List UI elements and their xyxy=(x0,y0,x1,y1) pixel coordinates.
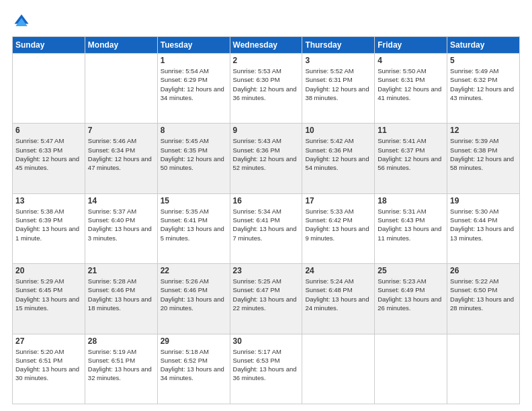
day-info: Sunrise: 5:50 AM Sunset: 6:31 PM Dayligh… xyxy=(378,66,444,102)
day-number: 1 xyxy=(161,56,227,65)
weekday-sunday: Sunday xyxy=(13,37,85,54)
weekday-tuesday: Tuesday xyxy=(157,37,230,54)
week-row-2: 6Sunrise: 5:47 AM Sunset: 6:33 PM Daylig… xyxy=(13,124,520,193)
weekday-wednesday: Wednesday xyxy=(230,37,302,54)
calendar-cell xyxy=(85,54,157,124)
day-info: Sunrise: 5:29 AM Sunset: 6:45 PM Dayligh… xyxy=(15,277,82,312)
day-number: 19 xyxy=(450,196,517,205)
day-number: 6 xyxy=(15,126,82,135)
weekday-friday: Friday xyxy=(375,37,447,54)
day-info: Sunrise: 5:18 AM Sunset: 6:52 PM Dayligh… xyxy=(161,347,227,383)
calendar-cell: 1Sunrise: 5:54 AM Sunset: 6:29 PM Daylig… xyxy=(157,54,230,124)
day-info: Sunrise: 5:38 AM Sunset: 6:39 PM Dayligh… xyxy=(15,207,82,242)
weekday-saturday: Saturday xyxy=(447,37,520,54)
day-number: 12 xyxy=(450,126,517,135)
weekday-header-row: SundayMondayTuesdayWednesdayThursdayFrid… xyxy=(13,37,520,54)
day-number: 4 xyxy=(378,56,444,65)
day-number: 27 xyxy=(15,336,82,346)
calendar-cell: 4Sunrise: 5:50 AM Sunset: 6:31 PM Daylig… xyxy=(375,54,447,124)
day-info: Sunrise: 5:42 AM Sunset: 6:36 PM Dayligh… xyxy=(305,136,371,172)
day-number: 11 xyxy=(378,126,444,135)
calendar-cell: 20Sunrise: 5:29 AM Sunset: 6:45 PM Dayli… xyxy=(13,264,85,334)
calendar-cell: 26Sunrise: 5:22 AM Sunset: 6:50 PM Dayli… xyxy=(447,264,520,334)
day-info: Sunrise: 5:49 AM Sunset: 6:32 PM Dayligh… xyxy=(450,66,517,102)
calendar-cell: 13Sunrise: 5:38 AM Sunset: 6:39 PM Dayli… xyxy=(13,193,85,263)
day-number: 16 xyxy=(233,196,300,205)
day-info: Sunrise: 5:52 AM Sunset: 6:31 PM Dayligh… xyxy=(305,66,371,102)
calendar-cell: 18Sunrise: 5:31 AM Sunset: 6:43 PM Dayli… xyxy=(375,193,447,263)
day-number: 22 xyxy=(161,266,227,275)
day-info: Sunrise: 5:41 AM Sunset: 6:37 PM Dayligh… xyxy=(378,136,444,172)
day-number: 18 xyxy=(378,196,444,205)
calendar-cell: 21Sunrise: 5:28 AM Sunset: 6:46 PM Dayli… xyxy=(85,264,157,334)
day-info: Sunrise: 5:46 AM Sunset: 6:34 PM Dayligh… xyxy=(88,136,154,172)
calendar-cell: 15Sunrise: 5:35 AM Sunset: 6:41 PM Dayli… xyxy=(157,193,230,263)
day-info: Sunrise: 5:39 AM Sunset: 6:38 PM Dayligh… xyxy=(450,136,517,172)
day-info: Sunrise: 5:26 AM Sunset: 6:46 PM Dayligh… xyxy=(161,277,227,312)
calendar-cell: 25Sunrise: 5:23 AM Sunset: 6:49 PM Dayli… xyxy=(375,264,447,334)
day-info: Sunrise: 5:28 AM Sunset: 6:46 PM Dayligh… xyxy=(88,277,154,312)
logo-icon xyxy=(12,12,31,31)
day-info: Sunrise: 5:31 AM Sunset: 6:43 PM Dayligh… xyxy=(378,207,444,242)
calendar-cell: 23Sunrise: 5:25 AM Sunset: 6:47 PM Dayli… xyxy=(230,264,302,334)
header xyxy=(12,12,520,31)
calendar-cell: 16Sunrise: 5:34 AM Sunset: 6:41 PM Dayli… xyxy=(230,193,302,263)
calendar-cell: 22Sunrise: 5:26 AM Sunset: 6:46 PM Dayli… xyxy=(157,264,230,334)
week-row-5: 27Sunrise: 5:20 AM Sunset: 6:51 PM Dayli… xyxy=(13,334,520,404)
week-row-3: 13Sunrise: 5:38 AM Sunset: 6:39 PM Dayli… xyxy=(13,193,520,263)
calendar-cell: 7Sunrise: 5:46 AM Sunset: 6:34 PM Daylig… xyxy=(85,124,157,193)
calendar-cell: 11Sunrise: 5:41 AM Sunset: 6:37 PM Dayli… xyxy=(375,124,447,193)
calendar-table: SundayMondayTuesdayWednesdayThursdayFrid… xyxy=(12,36,520,404)
calendar-cell: 6Sunrise: 5:47 AM Sunset: 6:33 PM Daylig… xyxy=(13,124,85,193)
calendar-cell: 24Sunrise: 5:24 AM Sunset: 6:48 PM Dayli… xyxy=(302,264,375,334)
day-info: Sunrise: 5:33 AM Sunset: 6:42 PM Dayligh… xyxy=(305,207,371,242)
calendar-cell: 3Sunrise: 5:52 AM Sunset: 6:31 PM Daylig… xyxy=(302,54,375,124)
day-info: Sunrise: 5:24 AM Sunset: 6:48 PM Dayligh… xyxy=(305,277,371,312)
day-number: 29 xyxy=(161,336,227,346)
day-info: Sunrise: 5:30 AM Sunset: 6:44 PM Dayligh… xyxy=(450,207,517,242)
day-info: Sunrise: 5:35 AM Sunset: 6:41 PM Dayligh… xyxy=(161,207,227,242)
calendar-cell: 12Sunrise: 5:39 AM Sunset: 6:38 PM Dayli… xyxy=(447,124,520,193)
day-info: Sunrise: 5:43 AM Sunset: 6:36 PM Dayligh… xyxy=(233,136,300,172)
calendar-cell: 2Sunrise: 5:53 AM Sunset: 6:30 PM Daylig… xyxy=(230,54,302,124)
day-number: 15 xyxy=(161,196,227,205)
logo xyxy=(12,12,34,31)
calendar-cell xyxy=(375,334,447,404)
day-info: Sunrise: 5:23 AM Sunset: 6:49 PM Dayligh… xyxy=(378,277,444,312)
week-row-4: 20Sunrise: 5:29 AM Sunset: 6:45 PM Dayli… xyxy=(13,264,520,334)
day-number: 21 xyxy=(88,266,154,275)
day-number: 7 xyxy=(88,126,154,135)
day-number: 26 xyxy=(450,266,517,275)
day-info: Sunrise: 5:54 AM Sunset: 6:29 PM Dayligh… xyxy=(161,66,227,102)
calendar-cell: 5Sunrise: 5:49 AM Sunset: 6:32 PM Daylig… xyxy=(447,54,520,124)
day-info: Sunrise: 5:25 AM Sunset: 6:47 PM Dayligh… xyxy=(233,277,300,312)
day-info: Sunrise: 5:17 AM Sunset: 6:53 PM Dayligh… xyxy=(233,347,300,383)
day-number: 8 xyxy=(161,126,227,135)
calendar-cell: 8Sunrise: 5:45 AM Sunset: 6:35 PM Daylig… xyxy=(157,124,230,193)
day-number: 17 xyxy=(305,196,371,205)
day-number: 5 xyxy=(450,56,517,65)
day-number: 13 xyxy=(15,196,82,205)
day-number: 20 xyxy=(15,266,82,275)
day-info: Sunrise: 5:53 AM Sunset: 6:30 PM Dayligh… xyxy=(233,66,300,102)
day-number: 10 xyxy=(305,126,371,135)
day-number: 24 xyxy=(305,266,371,275)
calendar-cell xyxy=(302,334,375,404)
page: SundayMondayTuesdayWednesdayThursdayFrid… xyxy=(0,0,532,411)
day-number: 28 xyxy=(88,336,154,346)
calendar-cell: 29Sunrise: 5:18 AM Sunset: 6:52 PM Dayli… xyxy=(157,334,230,404)
day-number: 25 xyxy=(378,266,444,275)
day-info: Sunrise: 5:37 AM Sunset: 6:40 PM Dayligh… xyxy=(88,207,154,242)
day-number: 14 xyxy=(88,196,154,205)
day-number: 9 xyxy=(233,126,300,135)
calendar-cell: 28Sunrise: 5:19 AM Sunset: 6:51 PM Dayli… xyxy=(85,334,157,404)
calendar-cell: 19Sunrise: 5:30 AM Sunset: 6:44 PM Dayli… xyxy=(447,193,520,263)
calendar-cell: 30Sunrise: 5:17 AM Sunset: 6:53 PM Dayli… xyxy=(230,334,302,404)
calendar-cell: 14Sunrise: 5:37 AM Sunset: 6:40 PM Dayli… xyxy=(85,193,157,263)
day-info: Sunrise: 5:20 AM Sunset: 6:51 PM Dayligh… xyxy=(15,347,82,383)
day-number: 3 xyxy=(305,56,371,65)
calendar-cell xyxy=(13,54,85,124)
day-info: Sunrise: 5:45 AM Sunset: 6:35 PM Dayligh… xyxy=(161,136,227,172)
day-number: 2 xyxy=(233,56,300,65)
day-info: Sunrise: 5:22 AM Sunset: 6:50 PM Dayligh… xyxy=(450,277,517,312)
